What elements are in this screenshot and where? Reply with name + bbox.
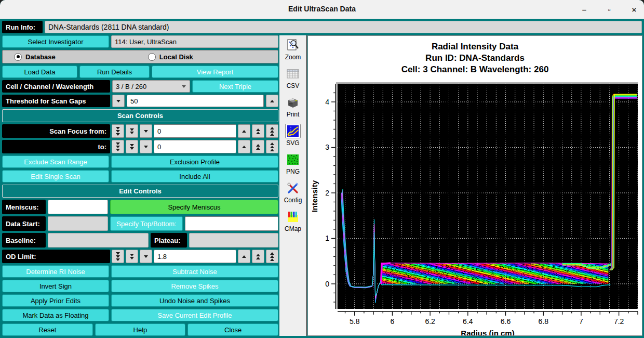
help-button[interactable]: Help [95, 323, 186, 336]
focus-from-down-button[interactable] [140, 124, 152, 138]
focus-to-step-up-button[interactable] [252, 140, 264, 153]
focus-from-page-up-button[interactable] [266, 124, 278, 138]
svg-text:7: 7 [579, 317, 583, 326]
png-icon [285, 152, 301, 167]
run-details-button[interactable]: Run Details [79, 66, 150, 78]
determine-ri-noise-button: Determine RI Noise [2, 265, 109, 278]
invert-sign-button[interactable]: Invert Sign [2, 280, 109, 292]
focus-to-page-down-button[interactable] [112, 140, 124, 153]
radio-database-icon [14, 53, 22, 61]
config-icon [285, 181, 301, 196]
od-step-up-button[interactable] [252, 250, 264, 263]
od-page-up-button[interactable] [266, 250, 278, 263]
data-start-value [48, 216, 108, 231]
exclude-scan-range-button: Exclude Scan Range [2, 155, 109, 168]
focus-to-page-up-button[interactable] [266, 140, 278, 153]
scan-focus-to-label: to: [2, 140, 110, 153]
apply-prior-edits-button[interactable]: Apply Prior Edits [2, 294, 109, 307]
subtract-noise-button: Subtract Noise [111, 265, 278, 278]
exclusion-profile-button[interactable]: Exclusion Profile [111, 155, 278, 168]
zoom-icon [285, 38, 301, 53]
next-triple-button: Next Triple [192, 80, 278, 93]
png-tool[interactable]: PNG [285, 152, 301, 175]
maximize-icon[interactable]: ▫ [603, 4, 615, 15]
view-report-button: View Report [152, 66, 278, 78]
specify-top-bottom-button: Specify Top/Bottom: [110, 216, 183, 231]
print-tool[interactable]: Print [285, 95, 301, 118]
run-info-label: Run Info: [2, 21, 43, 33]
svg-text:3: 3 [325, 143, 329, 151]
meniscus-input[interactable] [48, 200, 108, 214]
svg-text:6.4: 6.4 [463, 317, 473, 326]
window-title: Edit UltraScan Data [0, 5, 644, 13]
reset-button[interactable]: Reset [2, 323, 93, 336]
cmap-icon [285, 210, 301, 224]
triple-value: 3 / B / 260 [116, 83, 146, 90]
focus-from-step-down-button[interactable] [126, 124, 138, 138]
minimize-icon[interactable]: – [579, 4, 590, 15]
plateau-value [189, 233, 278, 248]
csv-icon [285, 67, 301, 81]
chart-panel: Radial Intensity Data Run ID: DNA-Standa… [307, 35, 642, 336]
focus-from-page-down-button[interactable] [112, 124, 124, 138]
undo-noise-spikes-button[interactable]: Undo Noise and Spikes [111, 294, 278, 307]
svg-tool[interactable]: SVG [285, 124, 301, 147]
png-tool-label: PNG [286, 168, 300, 175]
include-all-button[interactable]: Include All [111, 170, 278, 183]
close-icon[interactable]: × [628, 4, 640, 15]
cmap-tool[interactable]: CMap [285, 210, 301, 232]
od-limit-label: OD Limit: [2, 250, 110, 263]
svg-text:5.8: 5.8 [350, 317, 360, 326]
od-limit-input[interactable]: 1.8 [154, 250, 236, 263]
radio-database[interactable]: Database [14, 53, 56, 61]
threshold-increment-button[interactable] [266, 95, 278, 107]
zoom-tool[interactable]: Zoom [285, 38, 301, 61]
edit-controls-header: Edit Controls [2, 185, 278, 198]
app-window: Edit UltraScan Data – ▫ × Run Info: DNA-… [0, 0, 644, 338]
focus-from-input[interactable]: 0 [154, 124, 236, 138]
config-tool[interactable]: Config [284, 181, 302, 204]
cmap-tool-label: CMap [285, 225, 301, 232]
focus-to-step-down-button[interactable] [126, 140, 138, 153]
data-start-label: Data Start: [2, 216, 46, 231]
triple-label: Cell / Channel / Wavelength [2, 80, 110, 93]
meniscus-label: Meniscus: [2, 200, 46, 214]
focus-from-step-up-button[interactable] [252, 124, 264, 138]
baseline-label: Baseline: [2, 233, 46, 248]
od-step-down-button[interactable] [126, 250, 138, 263]
svg-text:4: 4 [325, 98, 329, 106]
od-down-button[interactable] [140, 250, 152, 263]
print-tool-label: Print [287, 111, 300, 118]
triple-dropdown[interactable]: 3 / B / 260 [112, 80, 190, 93]
svg-icon [285, 124, 301, 138]
intensity-plot[interactable]: 5.866.26.46.66.877.201234Radius (in cm)I… [308, 36, 642, 335]
threshold-decrement-button[interactable] [112, 95, 125, 107]
remove-spikes-button: Remove Spikes [111, 280, 278, 292]
focus-to-down-button[interactable] [140, 140, 152, 153]
focus-to-input[interactable]: 0 [154, 140, 236, 153]
toolbar-strip: Zoom CSV Print SVG PNG [279, 35, 307, 336]
radio-local-disk[interactable]: Local Disk [148, 53, 193, 61]
top-bottom-input[interactable] [185, 216, 278, 231]
close-button[interactable]: Close [187, 323, 278, 336]
od-up-button[interactable] [238, 250, 250, 263]
threshold-input[interactable]: 50 [127, 95, 264, 107]
svg-text:Radius (in cm): Radius (in cm) [461, 329, 514, 335]
svg-text:2: 2 [325, 189, 329, 197]
focus-from-up-button[interactable] [238, 124, 250, 138]
mark-floating-button[interactable]: Mark Data as Floating [2, 309, 109, 321]
scan-controls-header: Scan Controls [2, 109, 278, 122]
print-icon [285, 95, 301, 110]
svg-text:1: 1 [325, 234, 329, 242]
svg-text:Intensity: Intensity [310, 180, 319, 212]
svg-text:7.2: 7.2 [614, 317, 624, 326]
focus-to-up-button[interactable] [238, 140, 250, 153]
od-page-down-button[interactable] [112, 250, 124, 263]
specify-meniscus-button[interactable]: Specify Meniscus [110, 200, 278, 214]
select-investigator-button[interactable]: Select Investigator [2, 35, 109, 48]
edit-single-scan-button: Edit Single Scan [2, 170, 109, 183]
radio-local-disk-label: Local Disk [159, 53, 193, 61]
csv-tool[interactable]: CSV [285, 67, 301, 89]
load-data-button[interactable]: Load Data [2, 66, 77, 78]
plateau-label: Plateau: [151, 233, 187, 248]
